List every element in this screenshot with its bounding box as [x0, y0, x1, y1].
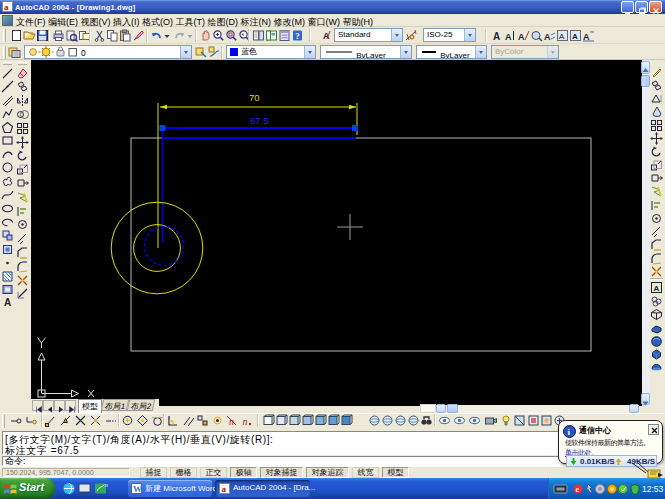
svg-text:A: A — [493, 31, 500, 42]
svg-text:W: W — [133, 484, 142, 494]
svg-text:A: A — [518, 32, 525, 42]
svg-text:A: A — [544, 32, 551, 42]
svg-text:a: a — [222, 484, 227, 494]
svg-text:67.5: 67.5 — [250, 115, 269, 126]
svg-text:A: A — [572, 32, 578, 41]
svg-text:A: A — [654, 284, 660, 293]
svg-text:A: A — [559, 32, 565, 41]
svg-text:e: e — [576, 486, 580, 493]
svg-text:70: 70 — [249, 92, 260, 103]
svg-text:A: A — [583, 32, 590, 42]
svg-text:A: A — [505, 32, 512, 42]
svg-text:0: 0 — [81, 48, 86, 58]
svg-text:n: n — [243, 416, 248, 427]
svg-text:?: ? — [295, 31, 300, 41]
